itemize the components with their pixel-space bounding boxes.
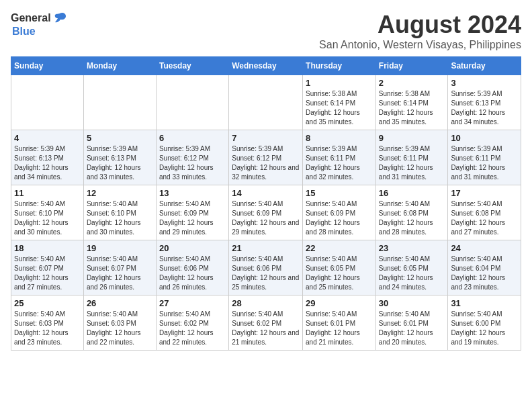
day-info: Sunrise: 5:39 AM Sunset: 6:11 PM Dayligh… <box>306 144 373 182</box>
calendar-cell: 19Sunrise: 5:40 AM Sunset: 6:07 PM Dayli… <box>83 240 156 295</box>
day-info: Sunrise: 5:38 AM Sunset: 6:14 PM Dayligh… <box>379 89 445 127</box>
calendar-table: SundayMondayTuesdayWednesdayThursdayFrid… <box>11 56 521 351</box>
day-number: 28 <box>232 298 300 308</box>
day-info: Sunrise: 5:40 AM Sunset: 6:03 PM Dayligh… <box>87 310 153 347</box>
weekday-header: Sunday <box>11 57 84 75</box>
weekday-header: Thursday <box>303 57 376 75</box>
day-number: 6 <box>159 133 226 143</box>
day-number: 13 <box>159 188 226 198</box>
day-number: 31 <box>451 298 518 308</box>
day-number: 22 <box>306 243 373 253</box>
day-number: 7 <box>232 133 300 143</box>
calendar-cell: 6Sunrise: 5:39 AM Sunset: 6:12 PM Daylig… <box>156 130 228 185</box>
day-info: Sunrise: 5:40 AM Sunset: 6:05 PM Dayligh… <box>379 255 445 292</box>
calendar-week-row: 1Sunrise: 5:38 AM Sunset: 6:14 PM Daylig… <box>11 75 521 130</box>
calendar-cell: 7Sunrise: 5:39 AM Sunset: 6:12 PM Daylig… <box>229 130 303 185</box>
calendar-cell: 12Sunrise: 5:40 AM Sunset: 6:10 PM Dayli… <box>83 185 156 240</box>
logo-bird-icon <box>52 11 67 26</box>
day-info: Sunrise: 5:40 AM Sunset: 6:03 PM Dayligh… <box>14 310 81 347</box>
calendar-cell <box>229 75 303 130</box>
day-info: Sunrise: 5:40 AM Sunset: 6:09 PM Dayligh… <box>232 199 300 237</box>
calendar-cell: 26Sunrise: 5:40 AM Sunset: 6:03 PM Dayli… <box>83 295 156 351</box>
day-number: 19 <box>87 243 153 253</box>
day-number: 20 <box>159 243 226 253</box>
calendar-cell <box>83 75 156 130</box>
logo: General Blue <box>11 11 67 38</box>
calendar-cell <box>156 75 228 130</box>
day-number: 10 <box>451 133 518 143</box>
day-number: 11 <box>14 188 81 198</box>
calendar-cell <box>11 75 84 130</box>
day-info: Sunrise: 5:39 AM Sunset: 6:11 PM Dayligh… <box>379 144 445 182</box>
day-info: Sunrise: 5:40 AM Sunset: 6:08 PM Dayligh… <box>379 199 445 237</box>
day-info: Sunrise: 5:38 AM Sunset: 6:14 PM Dayligh… <box>306 89 373 127</box>
calendar-cell: 25Sunrise: 5:40 AM Sunset: 6:03 PM Dayli… <box>11 295 84 351</box>
calendar-week-row: 4Sunrise: 5:39 AM Sunset: 6:13 PM Daylig… <box>11 130 521 185</box>
calendar-cell: 22Sunrise: 5:40 AM Sunset: 6:05 PM Dayli… <box>303 240 376 295</box>
day-number: 3 <box>451 78 518 88</box>
day-number: 29 <box>306 298 373 308</box>
calendar-cell: 3Sunrise: 5:39 AM Sunset: 6:13 PM Daylig… <box>448 75 521 130</box>
calendar-cell: 14Sunrise: 5:40 AM Sunset: 6:09 PM Dayli… <box>229 185 303 240</box>
day-number: 23 <box>379 243 445 253</box>
day-info: Sunrise: 5:39 AM Sunset: 6:11 PM Dayligh… <box>451 144 518 182</box>
location-subtitle: San Antonio, Western Visayas, Philippine… <box>319 39 521 51</box>
calendar-cell: 17Sunrise: 5:40 AM Sunset: 6:08 PM Dayli… <box>448 185 521 240</box>
calendar-cell: 18Sunrise: 5:40 AM Sunset: 6:07 PM Dayli… <box>11 240 84 295</box>
logo-blue: Blue <box>12 26 67 38</box>
day-number: 12 <box>87 188 153 198</box>
logo-general: General <box>11 12 51 24</box>
day-number: 25 <box>14 298 81 308</box>
calendar-cell: 2Sunrise: 5:38 AM Sunset: 6:14 PM Daylig… <box>375 75 448 130</box>
day-info: Sunrise: 5:40 AM Sunset: 6:05 PM Dayligh… <box>306 255 373 292</box>
calendar-week-row: 18Sunrise: 5:40 AM Sunset: 6:07 PM Dayli… <box>11 240 521 295</box>
calendar-cell: 1Sunrise: 5:38 AM Sunset: 6:14 PM Daylig… <box>303 75 376 130</box>
day-info: Sunrise: 5:40 AM Sunset: 6:10 PM Dayligh… <box>87 199 153 237</box>
weekday-header: Tuesday <box>156 57 228 75</box>
calendar-week-row: 25Sunrise: 5:40 AM Sunset: 6:03 PM Dayli… <box>11 295 521 351</box>
calendar-cell: 31Sunrise: 5:40 AM Sunset: 6:00 PM Dayli… <box>448 295 521 351</box>
day-info: Sunrise: 5:40 AM Sunset: 6:04 PM Dayligh… <box>451 255 518 292</box>
day-info: Sunrise: 5:39 AM Sunset: 6:12 PM Dayligh… <box>232 144 300 182</box>
month-year-title: August 2024 <box>319 11 521 39</box>
calendar-cell: 10Sunrise: 5:39 AM Sunset: 6:11 PM Dayli… <box>448 130 521 185</box>
day-info: Sunrise: 5:40 AM Sunset: 6:07 PM Dayligh… <box>14 255 81 292</box>
calendar-cell: 23Sunrise: 5:40 AM Sunset: 6:05 PM Dayli… <box>375 240 448 295</box>
weekday-header: Wednesday <box>229 57 303 75</box>
calendar-cell: 29Sunrise: 5:40 AM Sunset: 6:01 PM Dayli… <box>303 295 376 351</box>
day-number: 24 <box>451 243 518 253</box>
day-info: Sunrise: 5:39 AM Sunset: 6:13 PM Dayligh… <box>87 144 153 182</box>
calendar-week-row: 11Sunrise: 5:40 AM Sunset: 6:10 PM Dayli… <box>11 185 521 240</box>
day-number: 4 <box>14 133 81 143</box>
page-header: General Blue August 2024 San Antonio, We… <box>11 11 521 51</box>
day-info: Sunrise: 5:39 AM Sunset: 6:13 PM Dayligh… <box>14 144 81 182</box>
day-number: 18 <box>14 243 81 253</box>
day-number: 15 <box>306 188 373 198</box>
day-info: Sunrise: 5:40 AM Sunset: 6:09 PM Dayligh… <box>306 199 373 237</box>
day-info: Sunrise: 5:40 AM Sunset: 6:01 PM Dayligh… <box>379 310 445 347</box>
title-section: August 2024 San Antonio, Western Visayas… <box>319 11 521 51</box>
calendar-header-row: SundayMondayTuesdayWednesdayThursdayFrid… <box>11 57 521 75</box>
calendar-cell: 11Sunrise: 5:40 AM Sunset: 6:10 PM Dayli… <box>11 185 84 240</box>
day-info: Sunrise: 5:40 AM Sunset: 6:10 PM Dayligh… <box>14 199 81 237</box>
day-info: Sunrise: 5:40 AM Sunset: 6:06 PM Dayligh… <box>159 255 226 292</box>
day-number: 5 <box>87 133 153 143</box>
day-info: Sunrise: 5:40 AM Sunset: 6:08 PM Dayligh… <box>451 199 518 237</box>
day-number: 1 <box>306 78 373 88</box>
calendar-cell: 5Sunrise: 5:39 AM Sunset: 6:13 PM Daylig… <box>83 130 156 185</box>
calendar-cell: 16Sunrise: 5:40 AM Sunset: 6:08 PM Dayli… <box>375 185 448 240</box>
calendar-cell: 9Sunrise: 5:39 AM Sunset: 6:11 PM Daylig… <box>375 130 448 185</box>
day-info: Sunrise: 5:39 AM Sunset: 6:13 PM Dayligh… <box>451 89 518 127</box>
calendar-cell: 30Sunrise: 5:40 AM Sunset: 6:01 PM Dayli… <box>375 295 448 351</box>
calendar-cell: 20Sunrise: 5:40 AM Sunset: 6:06 PM Dayli… <box>156 240 228 295</box>
day-number: 27 <box>159 298 226 308</box>
day-info: Sunrise: 5:40 AM Sunset: 6:06 PM Dayligh… <box>232 255 300 292</box>
calendar-cell: 27Sunrise: 5:40 AM Sunset: 6:02 PM Dayli… <box>156 295 228 351</box>
day-number: 8 <box>306 133 373 143</box>
day-number: 9 <box>379 133 445 143</box>
day-number: 30 <box>379 298 445 308</box>
calendar-cell: 8Sunrise: 5:39 AM Sunset: 6:11 PM Daylig… <box>303 130 376 185</box>
day-info: Sunrise: 5:40 AM Sunset: 6:02 PM Dayligh… <box>232 310 300 347</box>
day-number: 14 <box>232 188 300 198</box>
day-number: 16 <box>379 188 445 198</box>
